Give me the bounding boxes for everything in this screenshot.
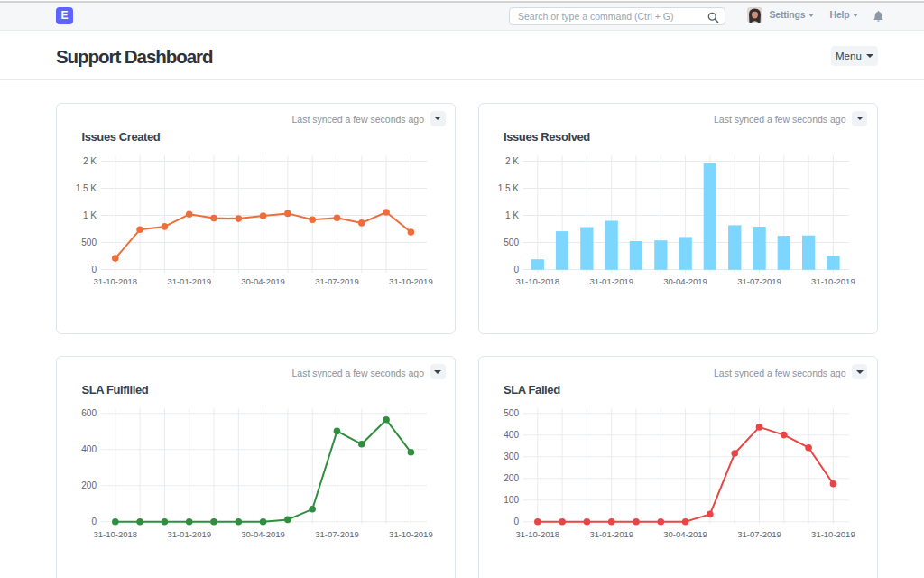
svg-text:31-10-2019: 31-10-2019 [811,276,855,286]
svg-text:31-01-2019: 31-01-2019 [589,276,633,286]
svg-text:31-10-2018: 31-10-2018 [93,529,137,539]
svg-text:500: 500 [81,238,97,247]
svg-text:0: 0 [513,265,519,275]
svg-text:300: 300 [504,452,519,461]
svg-text:31-07-2019: 31-07-2019 [737,529,781,539]
svg-text:31-07-2019: 31-07-2019 [315,276,359,286]
svg-text:31-10-2018: 31-10-2018 [93,276,137,286]
svg-text:600: 600 [81,408,97,418]
svg-text:30-04-2019: 30-04-2019 [241,276,285,286]
svg-text:400: 400 [504,430,519,440]
svg-text:1.5 K: 1.5 K [497,183,519,193]
svg-text:31-10-2018: 31-10-2018 [515,529,559,539]
svg-text:2 K: 2 K [504,156,518,166]
svg-text:31-10-2018: 31-10-2018 [515,276,559,286]
svg-text:30-04-2019: 30-04-2019 [663,276,707,286]
svg-text:0: 0 [513,517,519,527]
svg-text:30-04-2019: 30-04-2019 [241,529,285,539]
svg-text:2 K: 2 K [83,156,97,166]
svg-text:1.5 K: 1.5 K [76,183,97,193]
svg-text:31-10-2019: 31-10-2019 [389,276,433,286]
svg-text:31-01-2019: 31-01-2019 [167,276,211,286]
svg-text:31-01-2019: 31-01-2019 [589,529,633,539]
svg-text:31-07-2019: 31-07-2019 [737,276,781,286]
svg-text:400: 400 [81,444,97,454]
svg-text:31-10-2019: 31-10-2019 [389,529,433,539]
svg-text:500: 500 [504,238,519,247]
svg-text:0: 0 [91,517,97,527]
svg-text:500: 500 [504,408,519,418]
svg-text:1 K: 1 K [83,210,97,220]
svg-text:31-01-2019: 31-01-2019 [167,529,211,539]
svg-text:100: 100 [504,495,519,505]
svg-text:200: 200 [504,473,519,483]
svg-text:200: 200 [81,480,97,490]
svg-text:30-04-2019: 30-04-2019 [663,529,707,539]
svg-text:31-10-2019: 31-10-2019 [811,529,855,539]
svg-text:0: 0 [91,265,97,275]
svg-text:1 K: 1 K [504,210,518,220]
svg-text:31-07-2019: 31-07-2019 [315,529,359,539]
